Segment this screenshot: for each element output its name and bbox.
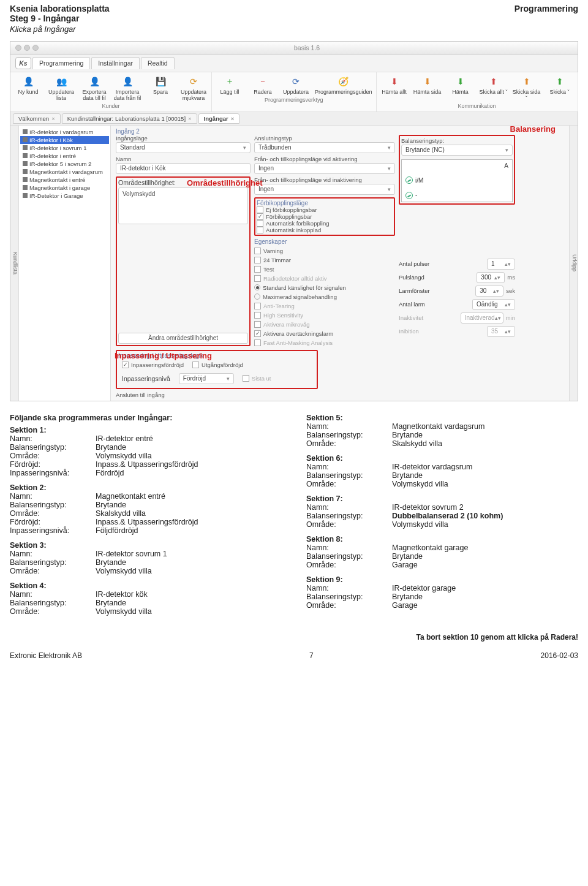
kv-row: Inpasseringsnivå:Följdfördröjd [10,526,282,535]
tree-item[interactable]: Magnetkontakt i entré [20,176,109,184]
radio-standard-kanslighet[interactable]: Standard känslighet för signalen [254,284,395,291]
spinner-pulslangd[interactable]: 300▴▾ [477,272,505,283]
kv-row: Namn:IR-detektor kök [10,590,282,599]
chk-auto-inkopplad[interactable]: Automatisk inkopplad [257,227,393,233]
tree-item[interactable]: Magnetkontakt i vardagsrum [20,168,109,176]
chevron-down-icon: ▾ [388,165,391,172]
hamta-icon: ⬇ [454,75,467,88]
select-inpasseringsniva[interactable]: Fördröjd▾ [179,373,234,384]
select-anslutningstyp[interactable]: Trådbunden▾ [254,142,395,153]
ribbon-hamta[interactable]: ⬇Hämta [447,75,475,102]
footer-date: 2016-02-03 [541,651,578,660]
menu-tab[interactable]: Inställningar [91,57,140,69]
ribbon-skicka[interactable]: ⬆Skicka ˇ [546,75,574,102]
chk-high-sensitivity[interactable]: High Sensitivity [254,312,395,319]
window-title: basis 1.6 [41,44,573,51]
input-namn[interactable]: IR-detektor i Kök [116,163,251,174]
square-icon [23,129,28,134]
ribbon-guide[interactable]: 🧭Programmeringsguiden [315,75,372,96]
chk-fast-antimasking[interactable]: Fast Anti-Masking Analysis [254,339,395,346]
chk-ej-forbikopplingsbar[interactable]: Ej förbikopplingsbar [257,206,393,213]
select-aktivering[interactable]: Ingen▾ [254,163,395,174]
ribbon-hamta-sida[interactable]: ⬇Hämta sida [413,75,442,102]
ribbon-label: Ny kund [18,89,38,96]
spinner-inaktivitet[interactable]: Inaktiverad▴▾ [461,312,503,324]
spinner-larmfonster[interactable]: 30▴▾ [475,286,503,297]
traffic-min-icon[interactable] [24,45,30,51]
chevron-down-icon: ▾ [243,145,246,151]
annotation-balansering: Balansering [510,124,556,134]
select-inaktivering[interactable]: Ingen▾ [254,184,395,195]
section-title: Sektion 6: [306,454,578,463]
kv-row: Område:Volymskydd villa [10,567,282,575]
square-icon [23,169,28,174]
omrade-list[interactable]: Volymskydd [118,187,248,224]
ribbon-radera[interactable]: －Radera [249,75,277,96]
close-icon[interactable]: × [51,115,55,122]
ribbon-skicka-allt[interactable]: ⬆Skicka allt ˇ [480,75,508,102]
tree-item[interactable]: IR-detektor 5 i sovrum 2 [20,160,109,168]
chk-overtackningslarm[interactable]: ✓Aktivera övertäckningslarm [254,330,395,337]
ny-kund-icon: 👤 [21,75,35,88]
ribbon-exportera[interactable]: 👤Exportera data till fil [80,75,108,102]
chk-inpasseringsfordrojd[interactable]: ✓Inpasseringsfördröjd [122,362,184,368]
siderail-left[interactable]: Kundlista [10,126,19,401]
doc-tab[interactable]: Kundinställningar: Laborationsplatta 1 [… [62,113,197,124]
doc-tab[interactable]: Välkommen× [13,113,61,124]
kv-row: Fördröjd:Inpass.& Utpasseringsfördröjd [10,460,282,469]
ribbon-group-label: Kommunikation [458,103,496,109]
chk-radiodetektor-aktiv[interactable]: Radiodetektor alltid aktiv [254,275,395,282]
menubar: Ks ProgrammeringInställningarRealtid [10,55,578,72]
chk-24timmar[interactable]: 24 Timmar [254,257,395,263]
redbox-omrade: Områdestillhörighet: Volymskydd Ändra om… [116,176,251,346]
ribbon-hamta-allt[interactable]: ⬇Hämta allt [380,75,409,102]
tree-item[interactable]: IR-Detektor i Garage [20,192,109,200]
ribbon-lagg-till[interactable]: ＋Lägg till [216,75,244,96]
section-block: Sektion 3:Namn:IR-detektor sovrum 1Balan… [10,541,282,575]
chk-test[interactable]: Test [254,266,395,273]
close-icon[interactable]: × [188,115,192,122]
ribbon-skicka-sida[interactable]: ⬆Skicka sida ˇ [513,75,541,102]
chk-sista-ut[interactable]: Sista ut [243,375,271,382]
doc-title-right: Programmering [514,4,578,13]
ribbon-uppdatera-mjukvara[interactable]: ⟳Uppdatera mjukvara [179,75,208,102]
andra-omrade-button[interactable]: Ändra områdestillhörighet [118,333,248,344]
chk-forbikopplingsbar[interactable]: ✓Förbikopplingsbar [257,213,393,220]
chk-auto-forbikoppling[interactable]: Automatisk förbikoppling [257,220,393,227]
spinner-antal-pulser[interactable]: 1▴▾ [487,259,515,270]
traffic-max-icon[interactable] [32,45,39,51]
ribbon-ny-kund[interactable]: 👤Ny kund [14,75,42,102]
menu-tab[interactable]: Programmering [32,57,90,69]
field-inaktivering: Från- och tillkopplingsläge vid inaktive… [254,176,395,195]
ribbon-spara[interactable]: 💾Spara [146,75,175,102]
diagram-label-im: i/M [415,177,423,184]
chk-varning[interactable]: Varning [254,248,395,254]
siderail-right[interactable]: Urklipp [569,126,578,401]
chk-anti-tearing[interactable]: Anti-Tearing [254,303,395,309]
tree-item[interactable]: IR-detektor i Kök [20,136,109,144]
spinner-antal-larm[interactable]: Oändlig▴▾ [472,299,515,310]
tree-item[interactable]: IR-detektor i entré [20,152,109,160]
ribbon-group-label: Kunder [102,103,119,109]
chk-utgangsfordrojd[interactable]: Utgångsfördröjd [192,362,243,368]
chk-mikrovag[interactable]: Aktivera mikrovåg [254,321,395,328]
kv-row: Namn:Magnetkontakt vardagsrum [306,422,578,431]
radio-max-signal[interactable]: Maximerad signalbehandling [254,293,395,300]
lagg-till-icon: ＋ [223,75,236,88]
doc-tab[interactable]: Ingångar× [198,113,240,124]
section-title: Sektion 4: [10,581,282,590]
traffic-close-icon[interactable] [15,45,21,51]
select-balanseringstyp[interactable]: Brytande (NC)▾ [401,145,513,156]
tree-item[interactable]: IR-detektor i sovrum 1 [20,144,109,152]
close-icon[interactable]: × [231,115,235,122]
spinner-inibition[interactable]: 35▴▾ [487,326,515,337]
redbox-forbikoppling: Förbikopplingsläge Ej förbikopplingsbar … [254,197,395,236]
menu-tab[interactable]: Realtid [141,57,175,69]
tree-item[interactable]: IR-detektor i vardagsrum [20,128,109,136]
ribbon-importera[interactable]: 👤Importera data från fil [113,75,141,102]
tree-item[interactable]: Magnetkontakt i garage [20,184,109,192]
select-ingangslage[interactable]: Standard▾ [116,142,251,153]
ribbon-uppdatera2[interactable]: ⟳Uppdatera [282,75,310,96]
ribbon-uppdatera-lista[interactable]: 👥Uppdatera lista [47,75,75,102]
ribbon: 👤Ny kund👥Uppdatera lista👤Exportera data … [10,72,578,112]
